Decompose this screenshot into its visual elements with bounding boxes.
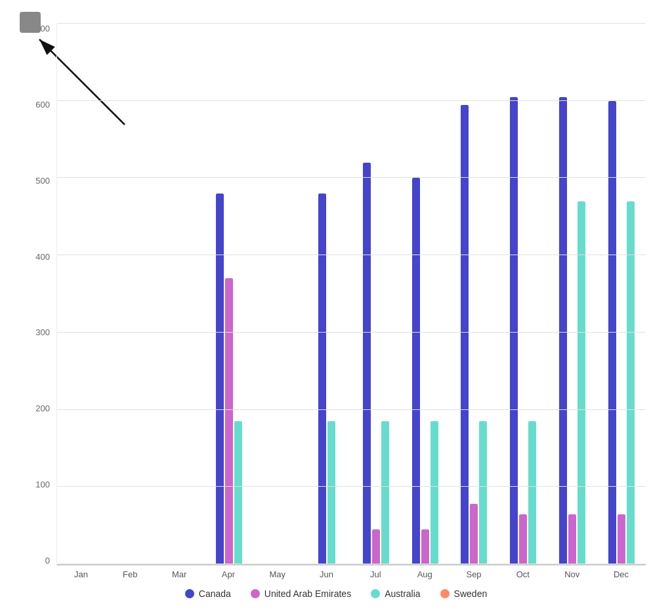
bookmark-button[interactable]	[20, 12, 41, 33]
y-axis-label	[26, 24, 30, 579]
bar-canada[interactable]	[461, 105, 469, 564]
bar-australia[interactable]	[327, 421, 335, 564]
legend-label: Canada	[199, 588, 231, 599]
bar-uae[interactable]	[421, 529, 429, 564]
bar-uae[interactable]	[618, 514, 625, 565]
legend-dot	[440, 589, 450, 598]
month-group	[204, 24, 253, 564]
bar-uae[interactable]	[372, 529, 380, 564]
bar-canada[interactable]	[510, 97, 518, 564]
chart-header	[26, 13, 646, 14]
grid-line	[57, 332, 646, 333]
legend-item: Sweden	[440, 588, 488, 599]
month-group	[400, 24, 450, 564]
legend-dot	[371, 589, 380, 598]
x-label-oct: Oct	[498, 569, 547, 579]
month-group	[106, 24, 156, 564]
month-group	[548, 24, 597, 564]
y-tick-label: 500	[35, 176, 50, 186]
bar-australia[interactable]	[381, 421, 389, 564]
legend-label: Sweden	[454, 588, 488, 599]
x-label-mar: Mar	[155, 569, 204, 579]
chart-container: 0100200300400500600700 JanFebMarAprMayJu…	[0, 0, 672, 616]
legend-item: United Arab Emirates	[251, 588, 351, 599]
y-tick-label: 100	[35, 480, 50, 489]
y-tick-label: 300	[35, 327, 50, 337]
bar-australia[interactable]	[234, 421, 242, 564]
x-label-aug: Aug	[400, 569, 450, 579]
bar-australia[interactable]	[528, 421, 536, 564]
grid-line	[57, 255, 646, 255]
x-label-feb: Feb	[106, 569, 155, 579]
bar-australia[interactable]	[627, 201, 635, 564]
month-group	[156, 24, 205, 564]
bar-australia[interactable]	[430, 421, 438, 564]
bar-australia[interactable]	[479, 421, 487, 564]
toolbar-left	[20, 12, 41, 33]
legend-label: Australia	[385, 588, 420, 599]
legend-dot	[251, 589, 260, 598]
bar-uae[interactable]	[225, 278, 233, 564]
legend: CanadaUnited Arab EmiratesAustraliaSwede…	[26, 588, 646, 599]
grid-line	[57, 409, 646, 410]
bar-canada[interactable]	[608, 101, 616, 564]
x-axis: JanFebMarAprMayJunJulAugSepOctNovDec	[30, 569, 646, 579]
legend-item: Australia	[371, 588, 420, 599]
y-tick-label: 400	[35, 252, 50, 262]
bar-uae[interactable]	[470, 504, 478, 564]
month-group	[352, 24, 401, 564]
x-label-may: May	[253, 569, 302, 579]
bar-canada[interactable]	[363, 163, 371, 564]
legend-item: Canada	[185, 588, 231, 599]
bar-canada[interactable]	[412, 178, 420, 564]
y-ticks: 0100200300400500600700	[30, 24, 56, 565]
plot-with-yaxis: 0100200300400500600700	[30, 24, 646, 565]
grid-line	[57, 23, 646, 24]
x-label-jun: Jun	[302, 569, 351, 579]
grid-line	[57, 564, 646, 564]
month-group	[253, 24, 303, 564]
bar-canada[interactable]	[216, 194, 224, 564]
month-group	[303, 24, 352, 564]
x-label-sep: Sep	[450, 569, 499, 579]
grid-line	[57, 486, 646, 487]
bar-canada[interactable]	[559, 97, 567, 564]
month-group	[57, 24, 106, 564]
month-group	[450, 24, 499, 564]
plot-area	[56, 24, 646, 565]
bar-australia[interactable]	[578, 201, 585, 564]
x-label-dec: Dec	[597, 569, 646, 579]
chart-plot-area: 0100200300400500600700 JanFebMarAprMayJu…	[30, 24, 646, 579]
x-label-apr: Apr	[203, 569, 253, 579]
grid-line	[57, 177, 646, 178]
y-tick-label: 0	[45, 556, 50, 565]
y-tick-label: 200	[35, 403, 50, 413]
grid-line	[57, 100, 646, 101]
legend-dot	[185, 589, 194, 598]
chart-body: 0100200300400500600700 JanFebMarAprMayJu…	[26, 24, 646, 579]
x-label-jul: Jul	[351, 569, 400, 579]
bar-uae[interactable]	[519, 514, 527, 565]
y-tick-label: 600	[35, 100, 50, 110]
month-group	[499, 24, 548, 564]
bar-uae[interactable]	[568, 514, 576, 565]
bar-canada[interactable]	[318, 194, 326, 564]
bars-area	[57, 24, 646, 564]
x-label-jan: Jan	[56, 569, 106, 579]
legend-label: United Arab Emirates	[264, 588, 351, 599]
month-group	[597, 24, 646, 564]
x-label-nov: Nov	[547, 569, 597, 579]
